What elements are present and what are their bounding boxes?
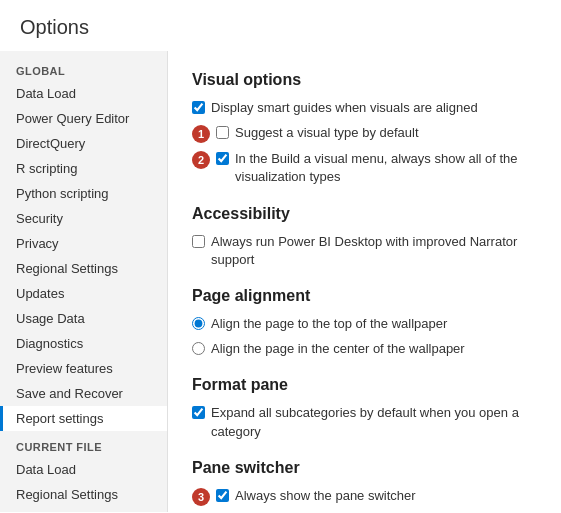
format-pane-title: Format pane xyxy=(192,376,537,394)
main-content: Visual options Display smart guides when… xyxy=(168,51,561,512)
checkbox-suggest-visual[interactable] xyxy=(216,126,229,139)
checkbox-build-visual-menu[interactable] xyxy=(216,152,229,165)
page-alignment-title: Page alignment xyxy=(192,287,537,305)
sidebar-item-python-scripting[interactable]: Python scripting xyxy=(0,181,167,206)
option-always-show-pane-switcher: 3 Always show the pane switcher xyxy=(192,487,537,506)
pane-switcher-title: Pane switcher xyxy=(192,459,537,477)
checkbox-expand-subcategories[interactable] xyxy=(192,406,205,419)
global-section-header: GLOBAL xyxy=(0,55,167,81)
option-suggest-visual: 1 Suggest a visual type by default xyxy=(192,124,537,143)
current-file-section-header: CURRENT FILE xyxy=(0,431,167,457)
radio-align-top[interactable] xyxy=(192,317,205,330)
sidebar-item-privacy[interactable]: Privacy xyxy=(0,231,167,256)
checkbox-smart-guides[interactable] xyxy=(192,101,205,114)
badge-1: 1 xyxy=(192,125,210,143)
sidebar-item-diagnostics[interactable]: Diagnostics xyxy=(0,331,167,356)
sidebar-item-updates[interactable]: Updates xyxy=(0,281,167,306)
option-narrator-support: Always run Power BI Desktop with improve… xyxy=(192,233,537,269)
badge-2: 2 xyxy=(192,151,210,169)
sidebar-item-power-query-editor[interactable]: Power Query Editor xyxy=(0,106,167,131)
sidebar-item-data-load-cf[interactable]: Data Load xyxy=(0,457,167,482)
sidebar-item-r-scripting[interactable]: R scripting xyxy=(0,156,167,181)
option-align-top: Align the page to the top of the wallpap… xyxy=(192,315,537,333)
page-title: Options xyxy=(0,0,561,51)
option-smart-guides: Display smart guides when visuals are al… xyxy=(192,99,537,117)
sidebar: GLOBAL Data Load Power Query Editor Dire… xyxy=(0,51,168,512)
option-align-center: Align the page in the center of the wall… xyxy=(192,340,537,358)
radio-align-center[interactable] xyxy=(192,342,205,355)
sidebar-item-report-settings[interactable]: Report settings xyxy=(0,406,167,431)
sidebar-item-regional-settings-cf[interactable]: Regional Settings xyxy=(0,482,167,507)
sidebar-item-security[interactable]: Security xyxy=(0,206,167,231)
badge-3: 3 xyxy=(192,488,210,506)
sidebar-item-regional-settings[interactable]: Regional Settings xyxy=(0,256,167,281)
option-expand-subcategories: Expand all subcategories by default when… xyxy=(192,404,537,440)
accessibility-title: Accessibility xyxy=(192,205,537,223)
checkbox-narrator-support[interactable] xyxy=(192,235,205,248)
checkbox-always-show-pane-switcher[interactable] xyxy=(216,489,229,502)
sidebar-item-save-and-recover[interactable]: Save and Recover xyxy=(0,381,167,406)
option-build-visual-menu: 2 In the Build a visual menu, always sho… xyxy=(192,150,537,186)
visual-options-title: Visual options xyxy=(192,71,537,89)
sidebar-item-directquery[interactable]: DirectQuery xyxy=(0,131,167,156)
sidebar-item-usage-data[interactable]: Usage Data xyxy=(0,306,167,331)
sidebar-item-data-load[interactable]: Data Load xyxy=(0,81,167,106)
sidebar-item-preview-features[interactable]: Preview features xyxy=(0,356,167,381)
